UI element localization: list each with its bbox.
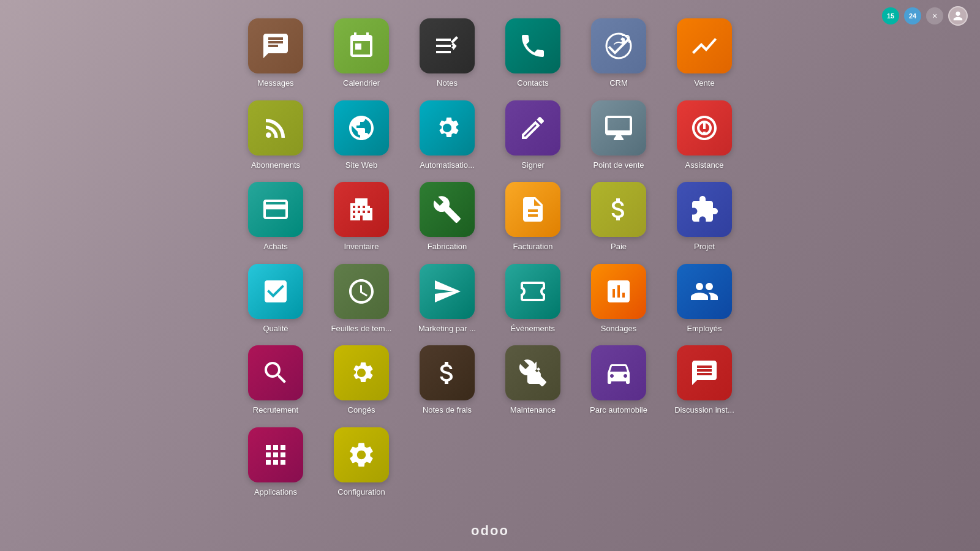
app-icon-discussion	[677, 345, 732, 400]
app-item-parc-automobile[interactable]: Parc automobile	[579, 345, 658, 415]
app-label-evenements: Évènements	[511, 324, 555, 334]
app-item-abonnements[interactable]: Abonnements	[236, 100, 315, 170]
app-item-signer[interactable]: Signer	[493, 100, 573, 170]
app-label-automatisation: Automatisatio...	[420, 160, 475, 170]
app-item-employes[interactable]: Employés	[665, 264, 744, 334]
app-item-assistance[interactable]: Assistance	[665, 100, 744, 170]
app-icon-inventaire	[334, 182, 389, 237]
app-icon-signer	[505, 100, 560, 156]
app-label-parc-automobile: Parc automobile	[590, 405, 647, 415]
app-label-sondages: Sondages	[601, 324, 637, 334]
app-label-projet: Projet	[694, 242, 715, 252]
app-label-abonnements: Abonnements	[251, 160, 300, 170]
app-label-point-de-vente: Point de vente	[593, 160, 644, 170]
app-icon-achats	[248, 182, 303, 237]
app-item-conges[interactable]: Congés	[322, 345, 401, 415]
app-icon-feuilles-de-temps	[334, 264, 389, 319]
app-icon-abonnements	[248, 100, 303, 156]
app-item-notes[interactable]: Notes	[407, 18, 487, 88]
app-icon-qualite	[248, 264, 303, 319]
app-item-calendrier[interactable]: Calendrier	[322, 18, 401, 88]
app-item-facturation[interactable]: Facturation	[493, 182, 573, 252]
app-label-conges: Congés	[348, 405, 375, 415]
app-item-inventaire[interactable]: Inventaire	[322, 182, 401, 252]
notifications-badge[interactable]: 15	[882, 7, 899, 24]
app-item-achats[interactable]: Achats	[236, 182, 315, 252]
app-label-signer: Signer	[521, 160, 545, 170]
app-label-vente: Vente	[694, 78, 714, 88]
app-icon-point-de-vente	[591, 100, 646, 156]
app-item-automatisation[interactable]: Automatisatio...	[407, 100, 487, 170]
app-icon-maintenance	[505, 345, 560, 400]
app-icon-applications	[248, 427, 303, 482]
app-item-configuration[interactable]: Configuration	[322, 427, 401, 497]
top-bar: 15 24 ×	[882, 6, 968, 26]
svg-point-0	[606, 34, 631, 58]
app-item-point-de-vente[interactable]: Point de vente	[579, 100, 658, 170]
app-icon-marketing	[420, 264, 475, 319]
app-label-applications: Applications	[254, 487, 297, 497]
apps-grid: MessagesCalendrierNotesContactsCRMVenteA…	[236, 18, 744, 497]
app-label-discussion: Discussion inst...	[674, 405, 734, 415]
app-icon-site-web	[334, 100, 389, 156]
app-item-site-web[interactable]: Site Web	[322, 100, 401, 170]
app-item-maintenance[interactable]: Maintenance	[493, 345, 573, 415]
app-label-paie: Paie	[611, 242, 627, 252]
user-avatar[interactable]	[948, 6, 968, 26]
messages-badge[interactable]: 24	[904, 7, 921, 24]
app-item-notes-de-frais[interactable]: Notes de frais	[407, 345, 487, 415]
close-button[interactable]: ×	[926, 7, 943, 24]
app-item-feuilles-de-temps[interactable]: Feuilles de tem...	[322, 264, 401, 334]
app-label-recrutement: Recrutement	[253, 405, 298, 415]
app-icon-contacts	[505, 18, 560, 73]
app-item-contacts[interactable]: Contacts	[493, 18, 573, 88]
app-icon-notes-de-frais	[420, 345, 475, 400]
app-label-assistance: Assistance	[685, 160, 724, 170]
app-item-sondages[interactable]: Sondages	[579, 264, 658, 334]
app-item-recrutement[interactable]: Recrutement	[236, 345, 315, 415]
app-item-marketing[interactable]: Marketing par ...	[407, 264, 487, 334]
app-label-configuration: Configuration	[337, 487, 385, 497]
app-label-fabrication: Fabrication	[428, 242, 467, 252]
app-icon-messages	[248, 18, 303, 73]
app-label-notes-de-frais: Notes de frais	[423, 405, 472, 415]
app-label-messages: Messages	[257, 78, 293, 88]
app-item-fabrication[interactable]: Fabrication	[407, 182, 487, 252]
app-icon-recrutement	[248, 345, 303, 400]
app-icon-calendrier	[334, 18, 389, 73]
app-icon-paie	[591, 182, 646, 237]
app-icon-conges	[334, 345, 389, 400]
app-icon-projet	[677, 182, 732, 237]
app-icon-automatisation	[420, 100, 475, 156]
app-item-discussion[interactable]: Discussion inst...	[665, 345, 744, 415]
app-icon-assistance	[677, 100, 732, 156]
app-icon-evenements	[505, 264, 560, 319]
app-label-feuilles-de-temps: Feuilles de tem...	[331, 324, 392, 334]
app-label-facturation: Facturation	[513, 242, 552, 252]
app-icon-notes	[420, 18, 475, 73]
app-label-marketing: Marketing par ...	[418, 324, 476, 334]
app-label-site-web: Site Web	[345, 160, 378, 170]
app-item-messages[interactable]: Messages	[236, 18, 315, 88]
app-label-achats: Achats	[263, 242, 288, 252]
app-label-crm: CRM	[609, 78, 628, 88]
app-label-notes: Notes	[437, 78, 458, 88]
app-item-paie[interactable]: Paie	[579, 182, 658, 252]
app-item-vente[interactable]: Vente	[665, 18, 744, 88]
app-label-maintenance: Maintenance	[510, 405, 556, 415]
app-item-qualite[interactable]: Qualité	[236, 264, 315, 334]
app-item-projet[interactable]: Projet	[665, 182, 744, 252]
app-item-applications[interactable]: Applications	[236, 427, 315, 497]
app-label-qualite: Qualité	[263, 324, 288, 334]
app-icon-configuration	[334, 427, 389, 482]
app-item-crm[interactable]: CRM	[579, 18, 658, 88]
app-label-calendrier: Calendrier	[343, 78, 380, 88]
app-icon-fabrication	[420, 182, 475, 237]
odoo-logo: odoo	[471, 523, 509, 539]
app-icon-sondages	[591, 264, 646, 319]
app-item-evenements[interactable]: Évènements	[493, 264, 573, 334]
app-label-inventaire: Inventaire	[344, 242, 379, 252]
app-label-contacts: Contacts	[517, 78, 548, 88]
app-icon-parc-automobile	[591, 345, 646, 400]
app-icon-facturation	[505, 182, 560, 237]
